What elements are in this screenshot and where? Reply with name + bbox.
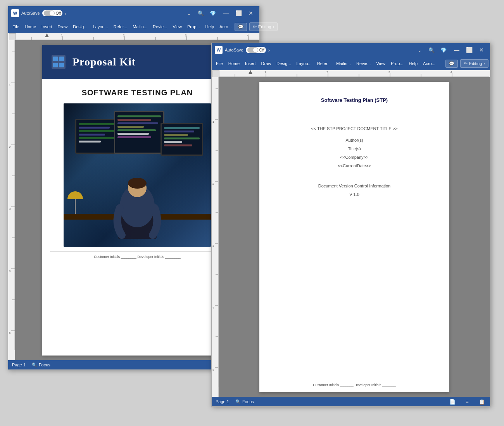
ribbon-tab-view-1[interactable]: View	[170, 23, 185, 31]
ribbon-tab-view-2[interactable]: View	[373, 60, 388, 67]
title-bar-left-1: W AutoSave Off ›	[11, 9, 181, 17]
svg-text:4: 4	[9, 269, 11, 273]
cover-logo-text: Proposal Kit	[72, 56, 136, 68]
comment-button-1[interactable]: 💬	[235, 23, 247, 31]
ribbon-tab-ref-1[interactable]: Refer...	[111, 23, 130, 31]
ribbon-tab-prop-1[interactable]: Prop...	[185, 23, 202, 31]
ribbon-tab-prop-2[interactable]: Prop...	[388, 60, 406, 67]
toggle-track-1	[44, 10, 55, 16]
ribbon-tab-acro-2[interactable]: Acro...	[420, 60, 438, 67]
title-bar-actions-1: ⌄ 🔍 💎	[183, 9, 218, 18]
doc-scroll-2[interactable]: Software Testing Plan (STP) << THE STP P…	[219, 77, 490, 397]
close-btn-1[interactable]: ✕	[245, 9, 256, 18]
title-bar-chevron-1: ›	[65, 10, 66, 16]
restore-btn-1[interactable]: ⬜	[233, 9, 244, 18]
svg-text:4: 4	[212, 306, 214, 309]
ribbon-2: File Home Insert Draw Desig... Layou... …	[212, 57, 490, 70]
status-page-2: Page 1	[216, 399, 229, 404]
stp-date: <<CurrentDate>>	[275, 163, 434, 168]
svg-text:2: 2	[123, 34, 125, 37]
view-btn-read-2[interactable]: 📋	[478, 398, 486, 405]
search-btn-1[interactable]: 🔍	[195, 9, 206, 18]
autosave-label-2: AutoSave	[225, 48, 243, 52]
status-focus-1[interactable]: 🔍 Focus	[32, 362, 50, 368]
title-bar-2: W AutoSave Off › ⌄ 🔍 💎 — ⬜ ✕	[212, 43, 490, 57]
stp-doc-title: Software Testing Plan (STP)	[275, 93, 434, 103]
view-btn-outline-2[interactable]: ≡	[463, 398, 471, 405]
ribbon-tab-mail-1[interactable]: Mailin...	[130, 23, 150, 31]
comment-icon-2: 💬	[449, 61, 454, 66]
minimize-btn-2[interactable]: —	[451, 45, 462, 55]
gem-btn-2[interactable]: 💎	[438, 45, 449, 55]
ribbon-tab-file-1[interactable]: File	[10, 23, 22, 31]
pencil-icon-1: ✏	[253, 24, 257, 29]
code-line	[117, 126, 144, 128]
more-options-btn-2[interactable]: ⌄	[414, 45, 425, 55]
ribbon-tab-insert-2[interactable]: Insert	[242, 60, 259, 67]
restore-btn-2[interactable]: ⬜	[464, 45, 475, 55]
ribbon-1: File Home Insert Draw Desig... Layou... …	[8, 20, 259, 33]
ribbon-tab-mail-2[interactable]: Mailin...	[333, 60, 354, 67]
ribbon-tab-ref-2[interactable]: Refer...	[314, 60, 333, 67]
status-bar-2: Page 1 🔍 Focus 📄 ≡ 📋	[212, 397, 490, 406]
ribbon-tab-design-1[interactable]: Desig...	[70, 23, 90, 31]
title-bar-controls-1: — ⬜ ✕	[221, 9, 256, 18]
stp-titles: Title(s)	[275, 146, 434, 151]
autosave-label-1: AutoSave	[21, 11, 40, 15]
svg-text:3: 3	[388, 70, 390, 74]
stp-project-placeholder: << THE STP PROJECT DOCMENT TITLE >>	[275, 126, 434, 131]
ribbon-tab-layout-1[interactable]: Layou...	[90, 23, 111, 31]
search-btn-2[interactable]: 🔍	[426, 45, 437, 55]
ribbon-tab-home-2[interactable]: Home	[226, 60, 242, 67]
more-options-btn-1[interactable]: ⌄	[183, 9, 194, 18]
svg-text:3: 3	[185, 34, 187, 37]
ribbon-tab-acro-1[interactable]: Acro...	[217, 23, 235, 31]
ribbon-tab-draw-1[interactable]: Draw	[55, 23, 71, 31]
svg-rect-34	[53, 63, 58, 67]
code-line	[117, 133, 149, 135]
autosave-toggle-2[interactable]: Off	[246, 47, 266, 53]
stp-version-control-label: Document Version Control Information	[275, 184, 434, 188]
cover-header: Proposal Kit	[42, 45, 232, 79]
code-line	[164, 127, 200, 129]
cover-img-bg	[64, 103, 211, 247]
svg-text:4: 4	[450, 70, 452, 74]
svg-text:1: 1	[264, 70, 266, 74]
code-line	[117, 115, 161, 117]
ruler-corner-1	[9, 33, 16, 40]
editing-button-2[interactable]: ✏ Editing ›	[460, 59, 488, 68]
ribbon-tab-help-2[interactable]: Help	[406, 60, 420, 67]
status-focus-2[interactable]: 🔍 Focus	[235, 399, 254, 404]
ribbon-tab-file-2[interactable]: File	[213, 60, 226, 67]
toggle-track-2	[247, 47, 258, 53]
title-bar-chevron-2: ›	[268, 47, 270, 53]
autosave-toggle-1[interactable]: Off	[42, 10, 62, 16]
monitor-center	[114, 111, 164, 154]
pencil-icon-2: ✏	[464, 61, 468, 66]
ruler-h-1: 1 2 3 4	[8, 33, 259, 40]
svg-rect-33	[59, 57, 64, 61]
ribbon-tab-draw-2[interactable]: Draw	[259, 60, 274, 67]
close-btn-2[interactable]: ✕	[476, 45, 487, 55]
ribbon-tab-home-1[interactable]: Home	[22, 23, 39, 31]
stp-authors: Author(s)	[275, 138, 434, 143]
ribbon-tab-design-2[interactable]: Desig...	[274, 60, 293, 67]
code-line	[117, 129, 156, 131]
editing-chevron-2: ›	[483, 61, 485, 66]
editing-button-1[interactable]: ✏ Editing ›	[249, 22, 278, 31]
ribbon-tab-layout-2[interactable]: Layou...	[294, 60, 314, 67]
svg-text:2: 2	[212, 182, 214, 186]
word-window-2[interactable]: W AutoSave Off › ⌄ 🔍 💎 — ⬜ ✕ File Home I…	[211, 43, 490, 407]
comment-button-2[interactable]: 💬	[445, 60, 458, 68]
svg-text:3: 3	[212, 244, 214, 247]
ribbon-tab-review-1[interactable]: Revie...	[150, 23, 170, 31]
view-btn-page-2[interactable]: 📄	[448, 398, 457, 405]
minimize-btn-1[interactable]: —	[221, 9, 231, 18]
ribbon-tab-insert-1[interactable]: Insert	[39, 23, 55, 31]
svg-text:1: 1	[9, 83, 11, 87]
lamp-arm	[75, 199, 76, 215]
ribbon-tab-help-1[interactable]: Help	[202, 23, 217, 31]
ruler-body-2: 1 2 3 4	[219, 70, 489, 77]
ribbon-tab-review-2[interactable]: Revie...	[354, 60, 373, 67]
gem-btn-1[interactable]: 💎	[207, 9, 218, 18]
